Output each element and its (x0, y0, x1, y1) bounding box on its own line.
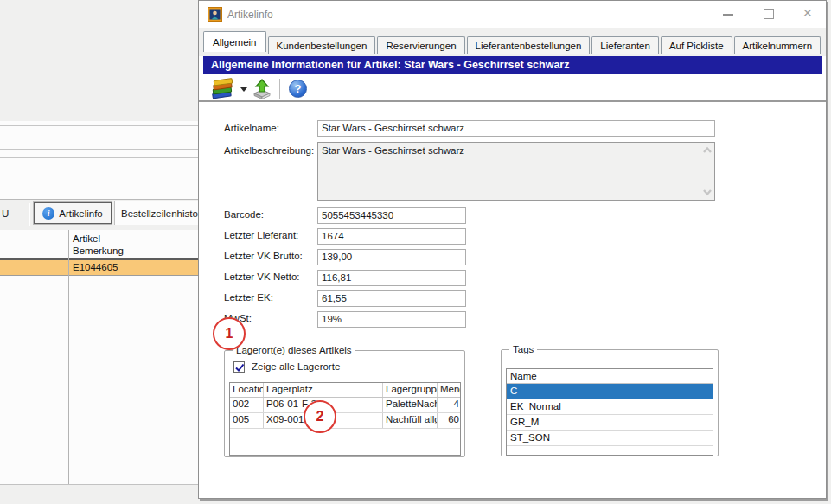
maximize-icon[interactable] (764, 9, 774, 19)
background-grid-header: Artikel Bemerkung (0, 230, 198, 260)
zeige-alle-lagerorte-checkbox[interactable] (233, 361, 245, 373)
dialog-title: Artikelinfo (227, 9, 273, 21)
barcode-label: Barcode: (224, 209, 264, 220)
grid-column-divider (68, 230, 69, 484)
partial-button[interactable]: U (2, 208, 9, 219)
close-icon[interactable]: ✕ (802, 6, 813, 20)
artikelname-label: Artikelname: (224, 123, 279, 133)
dialog-titlebar[interactable]: Artikelinfo ✕ (199, 1, 826, 28)
artikelinfo-dialog: Artikelinfo ✕ AllgemeinKundenbestellunge… (198, 0, 827, 499)
annotation-circle-1: 1 (213, 317, 246, 350)
tab-kundenbestellungen[interactable]: Kundenbestellungen (268, 36, 376, 54)
tab-auf-pickliste[interactable]: Auf Pickliste (661, 36, 732, 54)
col-lagergruppe: Lagergruppe (383, 383, 438, 397)
tag-item[interactable]: EK_Normal (507, 399, 713, 415)
tab-allgemein[interactable]: Allgemein (203, 31, 266, 52)
cell-location: 002 (230, 398, 264, 412)
lagerort-table: Location Lagerplatz Lagergruppe Menge 00… (229, 382, 461, 456)
bestellzeilenhistorie-button-label: Bestellzeilenhistor (121, 208, 198, 219)
background-panel-bottom (0, 484, 198, 485)
books-stack-icon[interactable] (210, 78, 234, 99)
artikelinfo-button[interactable]: i Artikelinfo (34, 202, 112, 224)
col-location: Location (230, 383, 264, 397)
tags-group: Tags Name C EK_Normal GR_M ST_SON (501, 344, 719, 456)
tags-list: Name C EK_Normal GR_M ST_SON (506, 368, 713, 456)
col-menge: Menge (438, 383, 461, 397)
letzter-vk-netto-label: Letzter VK Netto: (224, 271, 300, 282)
section-header: Allgemeine Informationen für Artikel: St… (203, 56, 822, 74)
tags-column-header: Name (507, 369, 713, 384)
toolbar-separator (29, 203, 30, 226)
tab-artikelnummern[interactable]: Artikelnummern (734, 36, 821, 54)
artikelname-field[interactable]: Star Wars - Geschirrset schwarz (317, 120, 715, 137)
tab-reservierungen[interactable]: Reservierungen (377, 36, 464, 54)
barcode-field[interactable]: 5055453445330 (317, 207, 466, 224)
scroll-up-icon[interactable] (702, 146, 713, 154)
background-row-line (0, 125, 198, 126)
artikelbeschreibung-value: Star Wars - Geschirrset schwarz (322, 145, 464, 156)
mwst-field[interactable]: 19% (317, 311, 466, 328)
lagerort-group-label: Lagerort(e) dieses Artikels (233, 345, 355, 355)
minimize-icon[interactable] (723, 14, 733, 16)
help-icon[interactable]: ? (289, 80, 307, 98)
artikelbeschreibung-field[interactable]: Star Wars - Geschirrset schwarz (317, 142, 715, 201)
grid-header-bemerkung: Bemerkung (73, 245, 124, 257)
books-dropdown-arrow-icon[interactable] (240, 87, 247, 92)
letzter-ek-label: Letzter EK: (224, 292, 273, 303)
letzter-vk-brutto-field[interactable]: 139,00 (317, 249, 466, 265)
background-toolbar: U i Artikelinfo Bestellzeilenhistor (0, 199, 198, 230)
lagerort-table-row[interactable]: 002 P06-01-F-3 PaletteNach 4 (230, 398, 460, 413)
checkmark-icon (234, 362, 246, 373)
lagerort-table-header: Location Lagerplatz Lagergruppe Menge (230, 383, 460, 398)
artikelinfo-button-label: Artikelinfo (59, 208, 103, 219)
letzter-ek-field[interactable]: 61,55 (317, 290, 466, 307)
textarea-scrollbar[interactable] (700, 144, 713, 199)
tab-lieferantenbestellungen[interactable]: Lieferantenbestellungen (467, 36, 591, 54)
cell-lagergruppe: Nachfüll allg (383, 413, 438, 428)
background-row-line (0, 157, 198, 158)
tags-group-label: Tags (509, 344, 537, 354)
tag-item[interactable]: GR_M (507, 415, 713, 431)
tab-lieferanten[interactable]: Lieferanten (591, 36, 659, 54)
artikelbeschreibung-label: Artikelbeschreibung: (224, 145, 314, 156)
cell-menge: 4 (438, 398, 461, 412)
app-person-icon (208, 7, 222, 22)
letzter-vk-netto-field[interactable]: 116,81 (317, 270, 466, 286)
scroll-down-icon[interactable] (702, 188, 713, 196)
tag-item-selected[interactable]: C (507, 384, 713, 399)
info-icon: i (42, 207, 54, 220)
annotation-circle-2: 2 (304, 400, 336, 433)
lagerort-table-row[interactable]: 005 X09-001 Nachfüll allg 60 (230, 413, 460, 429)
letzter-lieferant-label: Letzter Lieferant: (224, 230, 298, 240)
bestellzeilenhistorie-button[interactable]: Bestellzeilenhistor (114, 201, 198, 225)
cell-lagergruppe: PaletteNach (383, 398, 438, 412)
toolbar-separator (279, 79, 280, 99)
zeige-alle-lagerorte-label: Zeige alle Lagerorte (252, 361, 340, 372)
cell-location: 005 (230, 413, 264, 428)
letzter-vk-brutto-label: Letzter VK Brutto: (224, 251, 303, 261)
letzter-lieferant-field[interactable]: 1674 (317, 228, 466, 245)
background-panel (0, 121, 198, 484)
tag-item[interactable]: ST_SON (507, 431, 713, 446)
grid-header-artikel: Artikel (73, 233, 124, 245)
export-icon[interactable] (252, 79, 272, 99)
lagerort-group: Lagerort(e) dieses Artikels Zeige alle L… (224, 345, 465, 457)
background-selected-row[interactable]: E1044605 (0, 260, 198, 276)
tab-strip: AllgemeinKundenbestellungenReservierunge… (199, 28, 826, 56)
selected-row-value: E1044605 (73, 262, 118, 272)
col-lagerplatz: Lagerplatz (264, 383, 383, 397)
cell-menge: 60 (438, 413, 461, 428)
background-row-line (0, 149, 198, 150)
